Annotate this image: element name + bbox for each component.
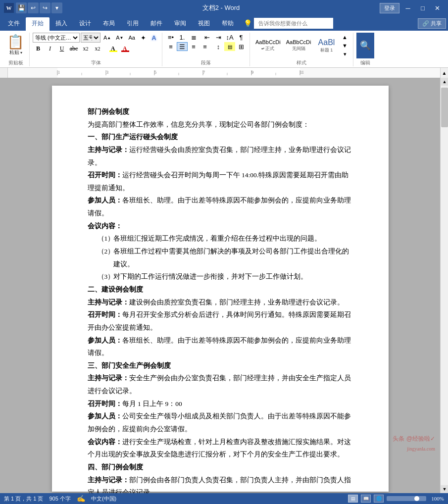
language: 中文(中国) <box>91 495 116 503</box>
section3-item4: 会议内容：进行安全生产现场检查，针对上月检查内容及整改措施汇报实施结果。对这个月… <box>88 436 353 461</box>
numbering-button[interactable]: 1. <box>177 33 188 42</box>
tab-layout[interactable]: 布局 <box>97 17 121 31</box>
title-bar: W 💾 ↩ ↪ ▾ 文档2 - Word 登录 ─ □ ✕ <box>0 0 448 16</box>
style-heading1[interactable]: AaBl 标题 1 <box>314 36 339 55</box>
tab-insert[interactable]: 插入 <box>50 17 73 31</box>
s1-label1: 主持与记录： <box>88 146 129 153</box>
bold-button[interactable]: B <box>33 44 44 53</box>
share-button[interactable]: 🔗 共享 <box>418 18 446 29</box>
font-size-select[interactable]: 五号 <box>81 33 100 43</box>
maximize-button[interactable]: □ <box>416 2 429 13</box>
save-button[interactable]: 💾 <box>16 2 27 13</box>
tab-view[interactable]: 视图 <box>192 17 216 31</box>
clear-format-button[interactable]: ✦ <box>138 33 148 43</box>
styles-group: AaBbCcDi ↵ 正式 AaBbCcDi 无间隔 AaBl 标题 1 <box>251 33 353 66</box>
text-effect-button[interactable]: A <box>149 33 159 43</box>
scroll-down-arrow[interactable]: ▼ <box>441 485 448 493</box>
svg-text:3: 3 <box>106 70 108 75</box>
section1-item3: 参加人员：各班组长、助理。由于出差等特殊原因不能参加例会的，应提前向业务助理请假… <box>88 194 353 219</box>
line-spacing-button[interactable]: ↕ <box>213 42 224 51</box>
increase-indent-button[interactable]: ⇥ <box>213 33 224 42</box>
zoom-slider[interactable] <box>387 496 426 501</box>
style-no-spacing[interactable]: AaBbCcDi 无间隔 <box>284 38 314 53</box>
underline-button[interactable]: U <box>56 44 67 53</box>
web-view-button[interactable]: 🌐 <box>374 495 384 503</box>
paragraph-group-content: ≡• 1. ≣ ⇤ ⇥ ↕A ¶ ≡ ☰ ≡ ≡ ↕ ▤ ⊞ <box>165 33 247 58</box>
editing-label: 编辑 <box>356 59 374 66</box>
shading-button[interactable]: ▤ <box>224 42 235 51</box>
change-case-button[interactable]: Aa <box>127 33 137 43</box>
svg-text:9: 9 <box>251 70 253 75</box>
svg-text:11: 11 <box>300 70 304 75</box>
strikethrough-button[interactable]: abc <box>68 44 79 53</box>
superscript-button[interactable]: x2 <box>92 44 103 53</box>
section2-item2: 召开时间：每月召开安全形式分析会后进行，具体时间另行通知。特殊原因需要延期召开由… <box>88 308 353 334</box>
svg-text:7: 7 <box>203 70 205 75</box>
title-bar-left: W 💾 ↩ ↪ ▾ <box>4 2 62 13</box>
show-para-marks-button[interactable]: ¶ <box>236 33 247 42</box>
section2-item3: 参加人员：各班组长、助理。由于出差等特殊原因不能参加例会的，应提前向业务助理请假… <box>88 334 353 359</box>
tell-me-input[interactable] <box>258 20 327 26</box>
page-count: 第 1 页，共 1 页 <box>4 495 43 503</box>
tab-review[interactable]: 审阅 <box>168 17 192 31</box>
clipboard-group-content: 📋 粘贴▾ <box>5 33 26 58</box>
font-row2: B I U abc x2 x2 A A <box>33 44 159 53</box>
justify-button[interactable]: ≡ <box>199 42 210 51</box>
customize-qat-button[interactable]: ▾ <box>51 2 62 13</box>
undo-button[interactable]: ↩ <box>28 2 39 13</box>
redo-button[interactable]: ↪ <box>40 2 50 13</box>
doc-title: 部门例会制度 <box>88 105 353 118</box>
vertical-scrollbar[interactable]: ▲ ▼ <box>440 78 448 493</box>
styles-scroll-up-button[interactable]: ▲ <box>340 33 350 41</box>
grow-font-button[interactable]: A▲ <box>101 33 113 43</box>
styles-expand-button[interactable]: ▾ <box>340 50 350 58</box>
tell-me-box[interactable] <box>254 18 333 29</box>
window-title: 文档2 - Word <box>202 3 240 12</box>
svg-text:1: 1 <box>58 70 60 75</box>
align-left-button[interactable]: ≡ <box>165 42 176 51</box>
read-view-button[interactable]: 📖 <box>361 495 371 503</box>
section4-item1: 主持与记录：部门例会由各部门负责人负责召集，部门负责人主持，并由部门负责人指定人… <box>88 474 353 493</box>
styles-label: 样式 <box>253 59 350 66</box>
tab-help[interactable]: 帮助 <box>216 17 240 31</box>
section1-list: （1） 各班组汇报近期工作完成情况，着重介绍在任务过程中出现的问题。 （2） 各… <box>98 232 353 283</box>
style-normal[interactable]: AaBbCcDi ↵ 正式 <box>253 38 283 53</box>
text-highlight-button[interactable]: A <box>107 44 118 53</box>
section3-item1: 主持与记录：安全生产例会由办公室负责召集，部门经理主持，并由安全生产指定人员进行… <box>88 372 353 397</box>
tab-design[interactable]: 设计 <box>73 17 97 31</box>
scroll-up-arrow[interactable]: ▲ <box>441 78 448 86</box>
font-color-button[interactable]: A <box>119 44 130 53</box>
tab-home[interactable]: 开始 <box>26 17 50 31</box>
scroll-thumb[interactable] <box>441 88 448 127</box>
bullets-button[interactable]: ≡• <box>165 33 176 42</box>
border-button[interactable]: ⊞ <box>236 42 247 51</box>
minimize-button[interactable]: ─ <box>401 2 414 13</box>
tab-mailings[interactable]: 邮件 <box>145 17 168 31</box>
editing-group-content: 🔍 <box>356 33 374 58</box>
editing-group: 🔍 编辑 <box>354 33 377 66</box>
font-family-select[interactable]: 等线 (中文正… <box>33 33 80 43</box>
section1-item2: 召开时间：运行经营碰头会召开时间为每周一下午 14:00.特殊原因需要延期召开需… <box>88 169 353 194</box>
font-group: 等线 (中文正… 五号 A▲ A▼ Aa ✦ A B I U abc x2 <box>31 33 162 66</box>
tab-references[interactable]: 引用 <box>121 17 145 31</box>
align-right-button[interactable]: ≡ <box>188 42 199 51</box>
shrink-font-button[interactable]: A▼ <box>114 33 125 43</box>
align-center-button[interactable]: ☰ <box>177 42 188 51</box>
italic-button[interactable]: I <box>45 44 55 53</box>
scroll-to-top-button[interactable]: ▲ <box>440 68 448 78</box>
login-button[interactable]: 登录 <box>380 3 399 13</box>
multilevel-list-button[interactable]: ≣ <box>188 33 199 42</box>
decrease-indent-button[interactable]: ⇤ <box>201 33 212 42</box>
close-button[interactable]: ✕ <box>431 2 444 13</box>
paste-button[interactable]: 📋 粘贴▾ <box>5 35 26 56</box>
proofing-icon: ✍ <box>77 495 85 503</box>
search-editing-button[interactable]: 🔍 <box>356 33 374 58</box>
print-layout-view-button[interactable]: ▤ <box>348 495 358 503</box>
sort-button[interactable]: ↕A <box>224 33 235 42</box>
subscript-button[interactable]: x2 <box>80 44 91 53</box>
ribbon-content: 📋 粘贴▾ 剪贴板 等线 (中文正… 五号 A▲ <box>0 31 448 68</box>
styles-scroll-down-button[interactable]: ▼ <box>340 41 350 50</box>
section2-title: 二、建设例会制度 <box>88 283 353 296</box>
document-area[interactable]: 部门例会制度 为提高部门整体工作效率，信息充分共享，现制定公司各部门例会制度： … <box>0 78 440 493</box>
tab-file[interactable]: 文件 <box>2 17 26 31</box>
